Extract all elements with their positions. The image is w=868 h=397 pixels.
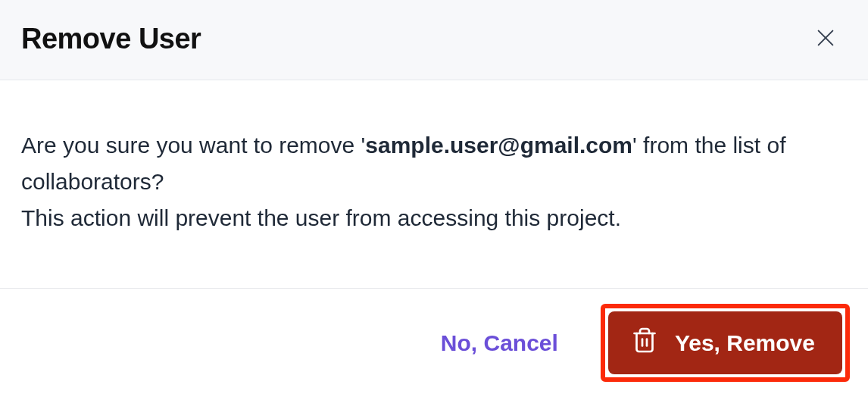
- remove-user-dialog: Remove User Are you sure you want to rem…: [0, 0, 868, 397]
- trash-icon: [631, 327, 658, 359]
- warning-text: This action will prevent the user from a…: [21, 205, 621, 230]
- confirm-remove-button[interactable]: Yes, Remove: [608, 311, 842, 374]
- confirm-text-prefix: Are you sure you want to remove ': [21, 133, 365, 158]
- dialog-body: Are you sure you want to remove 'sample.…: [0, 80, 868, 288]
- dialog-footer: No, Cancel Yes, Remove: [0, 288, 868, 397]
- close-button[interactable]: [810, 23, 841, 55]
- cancel-button[interactable]: No, Cancel: [426, 323, 573, 364]
- confirmation-message: Are you sure you want to remove 'sample.…: [21, 127, 847, 236]
- confirm-highlight: Yes, Remove: [601, 304, 850, 382]
- close-icon: [813, 26, 838, 52]
- dialog-header: Remove User: [0, 0, 868, 80]
- confirm-button-label: Yes, Remove: [675, 330, 815, 356]
- dialog-title: Remove User: [21, 23, 201, 55]
- user-email: sample.user@gmail.com: [365, 133, 632, 158]
